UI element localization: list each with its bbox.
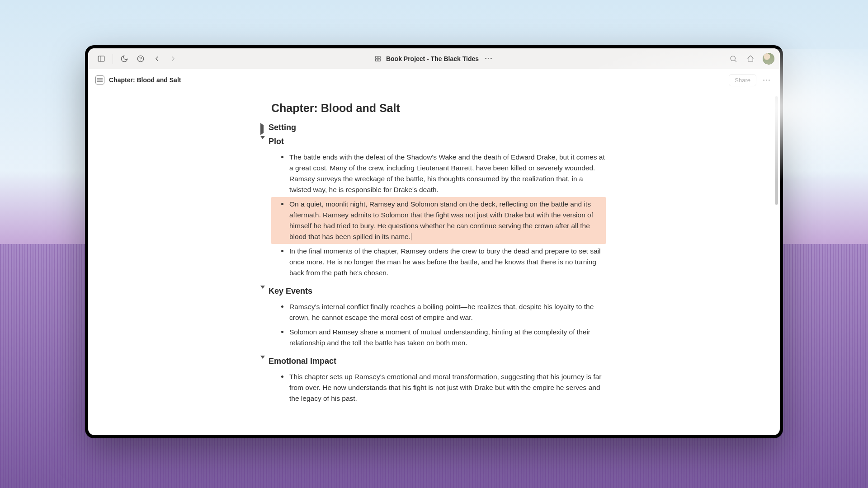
list-item[interactable]: In the final moments of the chapter, Ram… xyxy=(279,244,606,280)
scrollbar-thumb[interactable] xyxy=(775,96,778,205)
chevron-left-icon xyxy=(153,55,161,63)
list-item[interactable]: Solomon and Ramsey share a moment of mut… xyxy=(279,325,606,350)
section-setting: Setting xyxy=(262,123,606,132)
section-toggle[interactable]: Plot xyxy=(260,137,606,146)
home-icon xyxy=(746,55,755,63)
document-header-actions: Share xyxy=(729,74,773,86)
app-window-frame: Book Project - The Black Tides Chapter: … xyxy=(85,45,783,438)
content-scroll-area[interactable]: Chapter: Blood and Salt SettingPlotThe b… xyxy=(88,91,780,435)
help-button[interactable] xyxy=(133,51,148,66)
text-cursor xyxy=(411,233,411,240)
titlebar-center[interactable]: Book Project - The Black Tides xyxy=(374,55,494,62)
list-item[interactable]: On a quiet, moonlit night, Ramsey and So… xyxy=(271,197,606,244)
home-button[interactable] xyxy=(743,51,758,66)
titlebar: Book Project - The Black Tides xyxy=(88,48,780,69)
page-title[interactable]: Chapter: Blood and Salt xyxy=(271,102,606,115)
section-toggle[interactable]: Key Events xyxy=(260,286,606,296)
title-more-button[interactable] xyxy=(483,58,494,59)
titlebar-left-controls xyxy=(94,51,181,66)
svg-rect-0 xyxy=(98,56,104,61)
titlebar-divider xyxy=(113,54,113,64)
list-item[interactable]: The battle ends with the defeat of the S… xyxy=(279,150,606,197)
section-heading: Key Events xyxy=(269,286,312,296)
share-button[interactable]: Share xyxy=(729,74,756,86)
svg-point-8 xyxy=(731,56,736,61)
triangle-down-icon xyxy=(260,289,266,294)
triangle-down-icon xyxy=(260,139,266,145)
section-heading: Setting xyxy=(269,123,296,132)
svg-rect-5 xyxy=(378,56,381,58)
chevron-right-icon xyxy=(169,55,177,63)
desktop-wallpaper: Book Project - The Black Tides Chapter: … xyxy=(0,0,868,488)
section-plot: PlotThe battle ends with the defeat of t… xyxy=(262,137,606,280)
document-header: Chapter: Blood and Salt Share xyxy=(88,69,780,91)
sidebar-icon xyxy=(97,55,105,63)
bullet-list: Ramsey's internal conflict finally reach… xyxy=(279,300,606,350)
section-heading: Emotional Impact xyxy=(269,357,336,366)
svg-rect-4 xyxy=(376,56,378,58)
app-window: Book Project - The Black Tides Chapter: … xyxy=(88,48,780,435)
svg-rect-6 xyxy=(376,59,378,61)
svg-line-9 xyxy=(735,60,736,61)
section-toggle[interactable]: Setting xyxy=(260,123,606,132)
triangle-down-icon xyxy=(260,359,266,364)
search-icon xyxy=(729,55,737,63)
back-button[interactable] xyxy=(149,51,165,66)
section-emotional-impact: Emotional ImpactThis chapter sets up Ram… xyxy=(262,357,606,406)
list-item[interactable]: This chapter sets up Ramsey's emotional … xyxy=(279,370,606,406)
document-more-button[interactable] xyxy=(760,74,773,86)
bullet-list: This chapter sets up Ramsey's emotional … xyxy=(279,370,606,406)
svg-point-3 xyxy=(141,60,141,61)
ellipsis-icon xyxy=(761,80,772,81)
list-item[interactable]: Ramsey's internal conflict finally reach… xyxy=(279,300,606,325)
bullet-list: The battle ends with the defeat of the S… xyxy=(279,150,606,280)
document-icon xyxy=(95,75,104,84)
help-icon xyxy=(137,55,145,63)
triangle-right-icon xyxy=(260,125,266,131)
user-avatar[interactable] xyxy=(763,53,774,65)
section-heading: Plot xyxy=(269,137,284,146)
titlebar-right-controls xyxy=(726,51,774,66)
svg-rect-7 xyxy=(378,59,381,61)
section-key-events: Key EventsRamsey's internal conflict fin… xyxy=(262,286,606,350)
sidebar-toggle-button[interactable] xyxy=(94,51,109,66)
document-content[interactable]: Chapter: Blood and Salt SettingPlotThe b… xyxy=(262,91,606,430)
grid-icon xyxy=(374,55,382,62)
breadcrumb[interactable]: Chapter: Blood and Salt xyxy=(109,76,181,84)
forward-button[interactable] xyxy=(165,51,181,66)
moon-icon xyxy=(120,55,128,63)
search-button[interactable] xyxy=(726,51,741,66)
project-title: Book Project - The Black Tides xyxy=(386,55,479,62)
section-toggle[interactable]: Emotional Impact xyxy=(260,357,606,366)
dark-mode-button[interactable] xyxy=(117,51,132,66)
